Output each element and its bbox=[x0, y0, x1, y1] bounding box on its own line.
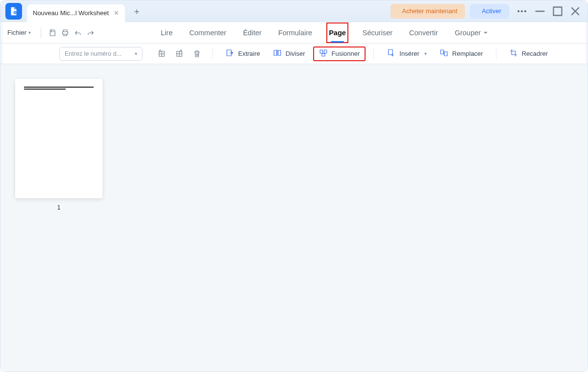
menu-item-grouper[interactable]: Grouper bbox=[455, 25, 481, 41]
page-thumbnail-1[interactable]: 1 bbox=[15, 79, 102, 211]
merge-icon bbox=[319, 48, 328, 59]
new-tab-button[interactable]: ＋ bbox=[129, 3, 145, 19]
delete-page-button[interactable] bbox=[190, 46, 204, 61]
menu-item-formulaire[interactable]: Formulaire bbox=[278, 25, 312, 41]
page-number-input[interactable]: Entrez le numéro d... ▾ bbox=[59, 47, 143, 61]
svg-rect-9 bbox=[320, 50, 322, 53]
separator bbox=[41, 28, 41, 38]
chevron-down-icon: ▾ bbox=[28, 30, 31, 35]
svg-rect-3 bbox=[554, 7, 562, 15]
menu-item-page[interactable]: Page bbox=[329, 25, 346, 41]
window-controls: ••• bbox=[514, 4, 584, 19]
save-icon[interactable] bbox=[46, 26, 59, 39]
merge-button[interactable]: Fusionner bbox=[313, 46, 366, 61]
svg-rect-8 bbox=[278, 50, 280, 56]
menubar: Fichier ▾ LireCommenterÉditerFormulaireP… bbox=[0, 22, 588, 44]
buy-now-button[interactable]: Acheter maintenant bbox=[391, 4, 466, 19]
page-number-label: 1 bbox=[57, 204, 61, 211]
main-menus: LireCommenterÉditerFormulairePageSécuris… bbox=[161, 25, 481, 41]
activate-button[interactable]: Activer bbox=[470, 4, 509, 19]
svg-rect-12 bbox=[389, 49, 392, 55]
tab-title: Nouveau Mic...l Worksheet bbox=[33, 9, 109, 17]
close-tab-icon[interactable]: ✕ bbox=[114, 9, 119, 17]
svg-rect-13 bbox=[441, 50, 443, 54]
separator bbox=[373, 49, 374, 59]
rotate-left-button[interactable] bbox=[154, 46, 169, 61]
pages-canvas[interactable]: 1 bbox=[0, 64, 588, 372]
crop-icon bbox=[509, 48, 518, 59]
replace-icon bbox=[440, 48, 448, 59]
extract-button[interactable]: Extraire bbox=[220, 46, 265, 61]
chevron-down-icon: ▾ bbox=[135, 51, 137, 56]
page-input-placeholder: Entrez le numéro d... bbox=[65, 50, 122, 57]
split-icon bbox=[273, 48, 282, 59]
page-toolbar: Entrez le numéro d... ▾ Extraire Diviser… bbox=[0, 44, 588, 64]
rotate-right-button[interactable] bbox=[172, 46, 187, 61]
buy-label: Acheter maintenant bbox=[402, 7, 458, 15]
undo-icon[interactable] bbox=[72, 26, 84, 39]
separator bbox=[496, 49, 496, 59]
menu-item-lire[interactable]: Lire bbox=[161, 25, 172, 41]
app-window: Nouveau Mic...l Worksheet ✕ ＋ Acheter ma… bbox=[0, 0, 588, 372]
insert-button[interactable]: Insérer ▾ bbox=[382, 46, 431, 61]
svg-rect-7 bbox=[274, 50, 276, 56]
close-window-button[interactable] bbox=[567, 4, 584, 19]
redo-icon[interactable] bbox=[84, 26, 97, 39]
insert-icon bbox=[387, 48, 395, 59]
svg-rect-11 bbox=[322, 54, 325, 56]
app-logo bbox=[5, 3, 22, 20]
page-preview bbox=[15, 79, 102, 198]
menu-item-convertir[interactable]: Convertir bbox=[409, 25, 438, 41]
extract-icon bbox=[225, 48, 234, 59]
more-icon[interactable]: ••• bbox=[514, 4, 531, 19]
svg-rect-10 bbox=[324, 50, 326, 53]
separator bbox=[212, 49, 213, 59]
document-tab[interactable]: Nouveau Mic...l Worksheet ✕ bbox=[27, 4, 125, 22]
print-icon[interactable] bbox=[59, 26, 72, 39]
minimize-button[interactable] bbox=[532, 4, 548, 19]
menu-item-éditer[interactable]: Éditer bbox=[243, 25, 262, 41]
chevron-down-icon: ▾ bbox=[424, 51, 427, 56]
crop-button[interactable]: Recadrer bbox=[504, 46, 553, 61]
maximize-button[interactable] bbox=[549, 4, 566, 19]
split-button[interactable]: Diviser bbox=[268, 46, 310, 61]
menu-item-sécuriser[interactable]: Sécuriser bbox=[363, 25, 392, 41]
svg-rect-14 bbox=[444, 52, 447, 56]
activate-label: Activer bbox=[482, 7, 501, 15]
titlebar: Nouveau Mic...l Worksheet ✕ ＋ Acheter ma… bbox=[0, 0, 588, 22]
menu-item-commenter[interactable]: Commenter bbox=[189, 25, 226, 41]
file-menu[interactable]: Fichier ▾ bbox=[7, 29, 31, 36]
replace-button[interactable]: Remplacer bbox=[435, 46, 488, 61]
